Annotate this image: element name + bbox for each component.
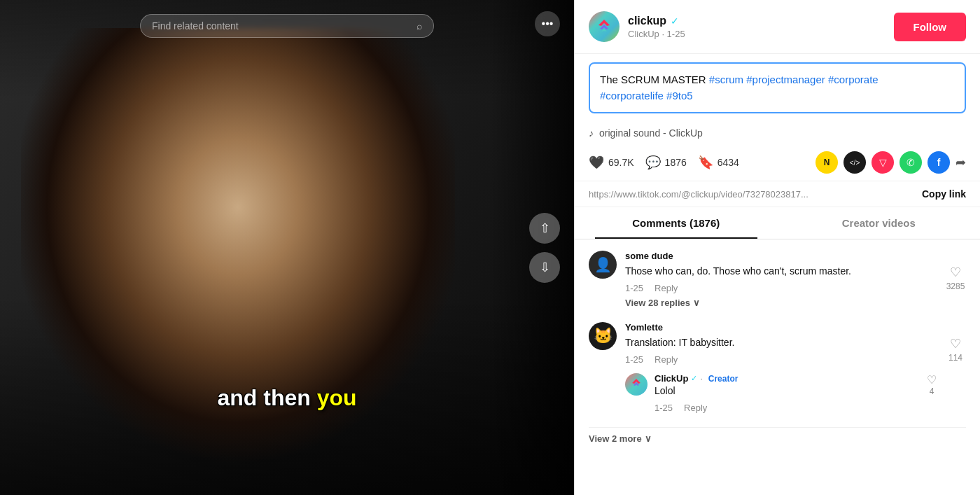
- tab-creator-videos[interactable]: Creator videos: [778, 207, 981, 239]
- nested-like-count: 4: [930, 386, 934, 396]
- search-input[interactable]: [152, 20, 411, 32]
- nested-comment-body: ClickUp ✓ · Creator Lolol 1-25 Reply: [654, 373, 738, 413]
- description-box: The SCRUM MASTER #scrum #projectmanager …: [589, 62, 966, 113]
- reply-button[interactable]: Reply: [654, 354, 678, 365]
- hashtag-scrum[interactable]: #scrum: [709, 74, 743, 85]
- comments-stat[interactable]: 💬 1876: [645, 155, 687, 170]
- tab-comments[interactable]: Comments (1876): [575, 207, 778, 239]
- user-info: clickup ✓ ClickUp · 1-25: [628, 15, 886, 39]
- likes-stat[interactable]: 🖤 69.7K: [589, 155, 634, 170]
- heart-icon: ♡: [950, 265, 961, 280]
- creator-badge: Creator: [708, 374, 738, 384]
- comment-like[interactable]: ♡ 3285: [945, 265, 966, 291]
- comment-like[interactable]: ♡ 114: [945, 336, 966, 363]
- notion-share-icon[interactable]: N: [816, 151, 838, 174]
- clickup-logo-icon: [594, 17, 614, 36]
- verified-icon: ✓: [671, 15, 679, 27]
- subtitle-highlight: you: [317, 385, 357, 410]
- comment-icon: 💬: [645, 155, 661, 170]
- chevron-down-icon: ⇩: [540, 260, 550, 275]
- comment-timestamp: 1-25: [625, 354, 643, 365]
- sound-row: ♪ original sound - ClickUp: [575, 122, 980, 144]
- like-count: 3285: [946, 281, 965, 291]
- comment-body: some dude Those who can, do. Those who c…: [625, 251, 937, 308]
- avatar: [589, 11, 620, 42]
- share-icons: N </> ▽ ✆ f ➦: [816, 151, 966, 174]
- hashtag-projectmanager[interactable]: #projectmanager: [746, 74, 825, 85]
- copy-link-button[interactable]: Copy link: [922, 188, 966, 200]
- share-arrow-icon[interactable]: ➦: [955, 155, 966, 170]
- user-subtitle: ClickUp · 1-25: [628, 29, 886, 39]
- comment-avatar: 🐱: [589, 322, 617, 350]
- comment-item: 🐱 Yomlette Translation: IT babysitter. 1…: [589, 322, 966, 413]
- username: clickup: [628, 15, 666, 27]
- comment-username: Yomlette: [625, 322, 937, 333]
- stats-row: 🖤 69.7K 💬 1876 🔖 6434 N </> ▽: [575, 144, 980, 181]
- comment-meta: 1-25 Reply: [625, 283, 937, 293]
- hashtag-corporate[interactable]: #corporate: [828, 74, 878, 85]
- url-row: https://www.tiktok.com/@clickup/video/73…: [575, 181, 980, 207]
- heart-icon: 🖤: [589, 155, 604, 170]
- sound-label: original sound - ClickUp: [599, 127, 703, 139]
- comment-like-section: ♡ 114: [945, 322, 966, 413]
- nested-reply-button[interactable]: Reply: [684, 403, 707, 413]
- heart-icon: ♡: [950, 336, 961, 351]
- hashtag-9to5[interactable]: #9to5: [666, 90, 693, 102]
- comments-section: 👤 some dude Those who can, do. Those who…: [575, 239, 980, 495]
- comment-timestamp: 1-25: [625, 283, 643, 293]
- follow-button[interactable]: Follow: [894, 13, 967, 41]
- video-subtitle: and then you: [217, 385, 356, 411]
- likes-count: 69.7K: [608, 157, 634, 168]
- nested-comment-text: Lolol: [654, 384, 738, 398]
- comment-item: 👤 some dude Those who can, do. Those who…: [589, 251, 966, 308]
- reply-button[interactable]: Reply: [654, 283, 678, 293]
- chevron-down-icon: ∨: [693, 298, 700, 308]
- comment-meta: 1-25 Reply: [625, 354, 937, 365]
- whatsapp-share-icon[interactable]: ✆: [899, 151, 922, 174]
- comment-text: Those who can, do. Those who can't, scru…: [625, 264, 937, 279]
- clickup-small-logo-icon: [629, 377, 643, 391]
- chevron-down-small-icon: ∨: [645, 433, 652, 444]
- nested-timestamp: 1-25: [654, 403, 673, 413]
- comment-body: Yomlette Translation: IT babysitter. 1-2…: [625, 322, 937, 413]
- view-more-button[interactable]: View 2 more ∨: [589, 427, 966, 444]
- tabs-row: Comments (1876) Creator videos: [575, 207, 980, 239]
- hashtag-corporatelife[interactable]: #corporatelife: [600, 90, 664, 102]
- nested-comment-meta: 1-25 Reply: [654, 403, 738, 413]
- nested-username: ClickUp: [654, 373, 688, 384]
- more-options-button[interactable]: •••: [535, 11, 560, 36]
- view-replies-button[interactable]: View 28 replies ∨: [625, 298, 937, 308]
- nav-down-button[interactable]: ⇩: [529, 252, 560, 283]
- bookmark-icon: 🔖: [698, 155, 713, 170]
- nested-heart-icon[interactable]: ♡: [927, 373, 937, 386]
- tiktok-share-icon[interactable]: ▽: [872, 151, 894, 174]
- nav-arrows: ⇧ ⇩: [529, 213, 560, 283]
- music-icon: ♪: [589, 127, 594, 139]
- bookmarks-count: 6434: [718, 157, 739, 168]
- panel-header: clickup ✓ ClickUp · 1-25 Follow: [575, 0, 980, 54]
- bookmarks-stat[interactable]: 🔖 6434: [698, 155, 739, 170]
- comments-count: 1876: [665, 157, 687, 168]
- comment-username: some dude: [625, 251, 937, 261]
- verified-small-icon: ✓: [691, 374, 697, 383]
- code-share-icon[interactable]: </>: [844, 151, 866, 174]
- facebook-share-icon[interactable]: f: [927, 151, 950, 174]
- nested-reply: ClickUp ✓ · Creator Lolol 1-25 Reply ♡: [625, 373, 937, 413]
- subtitle-plain: and then: [217, 385, 316, 410]
- comment-text: Translation: IT babysitter.: [625, 335, 937, 350]
- search-bar: ⌕: [140, 14, 434, 38]
- description-text: The SCRUM MASTER #scrum #projectmanager …: [600, 72, 955, 104]
- url-text: https://www.tiktok.com/@clickup/video/73…: [589, 189, 915, 200]
- nested-avatar: [625, 373, 648, 396]
- comment-like-section: ♡ 3285: [945, 251, 966, 308]
- right-panel: clickup ✓ ClickUp · 1-25 Follow The SCRU…: [574, 0, 980, 495]
- nav-up-button[interactable]: ⇧: [529, 213, 560, 244]
- comment-avatar: 👤: [589, 251, 617, 279]
- chevron-up-icon: ⇧: [540, 221, 550, 236]
- like-count: 114: [948, 353, 962, 363]
- video-panel: ⌕ ••• and then you ⇧ ⇩: [0, 0, 574, 495]
- search-icon: ⌕: [416, 20, 422, 32]
